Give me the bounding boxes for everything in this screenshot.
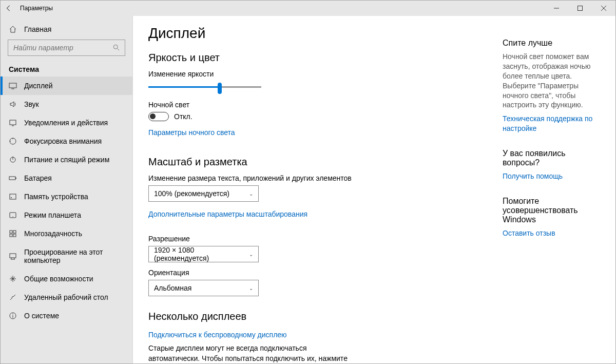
get-help-link[interactable]: Получить помощь: [503, 171, 563, 181]
back-icon[interactable]: [5, 4, 13, 12]
sidebar-item-multitask[interactable]: Многозадачность: [1, 224, 132, 243]
resolution-select[interactable]: 1920 × 1080 (рекомендуется) ⌄: [148, 246, 259, 262]
sidebar-item-sound[interactable]: Звук: [1, 95, 132, 113]
multitask-icon: [9, 229, 17, 238]
sidebar-item-remote[interactable]: Удаленный рабочий стол: [1, 288, 132, 306]
sidebar-item-label: Фокусировка внимания: [24, 137, 102, 145]
scale-label: Изменение размера текста, приложений и д…: [148, 174, 487, 182]
sidebar-item-label: Память устройства: [24, 193, 88, 201]
support-link[interactable]: Техническая поддержка по настройке: [503, 114, 600, 133]
sleep-better-text: Ночной свет поможет вам заснуть, отображ…: [503, 52, 600, 110]
notifications-icon: [9, 119, 17, 127]
power-icon: [9, 156, 17, 164]
sidebar-item-notifications[interactable]: Уведомления и действия: [1, 113, 132, 132]
sidebar-item-label: Режим планшета: [24, 211, 81, 219]
svg-point-25: [12, 314, 13, 315]
maximize-button[interactable]: [568, 1, 592, 16]
night-light-settings-link[interactable]: Параметры ночного света: [148, 128, 235, 137]
give-feedback-link[interactable]: Оставить отзыв: [503, 228, 555, 238]
sleep-better-title: Спите лучше: [503, 39, 600, 48]
night-light-toggle[interactable]: [148, 112, 169, 121]
sidebar-item-label: О системе: [24, 312, 59, 320]
detect-info-text: Старые дисплеи могут не всегда подключат…: [148, 343, 354, 363]
minimize-button[interactable]: [545, 1, 568, 16]
sidebar-item-label: Дисплей: [24, 82, 53, 90]
svg-point-17: [12, 216, 13, 217]
brightness-label: Изменение яркости: [148, 70, 487, 78]
sidebar-item-label: Многозадачность: [24, 229, 82, 238]
storage-icon: [9, 193, 17, 201]
about-icon: [9, 312, 17, 320]
resolution-value: 1920 × 1080 (рекомендуется): [154, 246, 249, 262]
sidebar-item-label: Питание и спящий режим: [24, 156, 109, 164]
sidebar-item-storage[interactable]: Память устройства: [1, 187, 132, 206]
svg-rect-14: [10, 194, 16, 199]
sound-icon: [9, 100, 17, 108]
svg-rect-20: [10, 234, 12, 237]
search-input[interactable]: [8, 40, 125, 56]
svg-rect-8: [10, 120, 16, 125]
orientation-value: Альбомная: [154, 284, 191, 292]
display-icon: [9, 82, 17, 90]
sidebar-item-label: Батарея: [24, 174, 52, 182]
svg-rect-6: [9, 83, 16, 88]
sidebar-item-project[interactable]: Проецирование на этот компьютер: [1, 243, 132, 270]
shared-icon: [9, 275, 17, 283]
svg-point-4: [113, 45, 118, 49]
svg-point-15: [11, 197, 12, 198]
feedback-title: Помогите усовершенствовать Windows: [503, 197, 600, 224]
svg-rect-19: [13, 231, 16, 233]
resolution-label: Разрешение: [148, 235, 487, 243]
window-title: Параметры: [20, 5, 53, 12]
svg-rect-22: [10, 254, 16, 258]
night-light-label: Ночной свет: [148, 101, 487, 109]
questions-title: У вас появились вопросы?: [503, 149, 600, 167]
focus-icon: [9, 137, 17, 145]
search-field[interactable]: [12, 43, 112, 52]
sidebar-item-label: Удаленный рабочий стол: [24, 293, 108, 301]
remote-icon: [9, 293, 17, 301]
sidebar-item-label: Общие возможности: [24, 275, 93, 283]
brightness-slider[interactable]: [148, 81, 261, 93]
right-panel: Спите лучше Ночной свет поможет вам засн…: [503, 16, 610, 363]
svg-rect-12: [9, 177, 15, 180]
section-scale: Масштаб и разметка: [148, 156, 487, 168]
scale-select[interactable]: 100% (рекомендуется) ⌄: [148, 185, 259, 202]
page-title: Дисплей: [148, 25, 487, 42]
orientation-select[interactable]: Альбомная ⌄: [148, 280, 259, 296]
chevron-down-icon: ⌄: [249, 285, 253, 291]
sidebar-item-power[interactable]: Питание и спящий режим: [1, 150, 132, 169]
main-content: Дисплей Яркость и цвет Изменение яркости…: [133, 16, 503, 363]
sidebar-nav: ДисплейЗвукУведомления и действияФокусир…: [1, 76, 132, 325]
section-brightness: Яркость и цвет: [148, 52, 487, 64]
sidebar-item-label: Проецирование на этот компьютер: [24, 248, 124, 264]
home-icon: [9, 25, 17, 33]
night-light-state: Откл.: [174, 112, 192, 121]
tablet-icon: [9, 211, 17, 219]
sidebar-item-about[interactable]: О системе: [1, 306, 132, 325]
sidebar-item-label: Уведомления и действия: [24, 119, 108, 127]
sidebar: Главная Система ДисплейЗвукУведомления и…: [1, 16, 133, 363]
search-icon: [112, 44, 121, 52]
project-icon: [9, 252, 17, 260]
svg-rect-1: [578, 6, 583, 11]
sidebar-item-display[interactable]: Дисплей: [1, 76, 132, 95]
sidebar-section-title: Система: [1, 60, 132, 76]
wireless-display-link[interactable]: Подключиться к беспроводному дисплею: [148, 331, 287, 339]
chevron-down-icon: ⌄: [249, 252, 253, 257]
close-button[interactable]: [592, 1, 615, 16]
sidebar-home[interactable]: Главная: [1, 19, 132, 40]
sidebar-item-shared[interactable]: Общие возможности: [1, 270, 132, 288]
svg-rect-21: [13, 234, 16, 237]
section-multi-display: Несколько дисплеев: [148, 311, 487, 322]
advanced-scaling-link[interactable]: Дополнительные параметры масштабирования: [148, 210, 307, 218]
sidebar-home-label: Главная: [24, 25, 51, 33]
svg-rect-13: [15, 178, 16, 179]
sidebar-item-tablet[interactable]: Режим планшета: [1, 206, 132, 224]
sidebar-item-label: Звук: [24, 100, 39, 108]
settings-window: Параметры Главная Система ДисплейЗвукУве…: [0, 0, 616, 364]
battery-icon: [9, 174, 17, 182]
sidebar-item-battery[interactable]: Батарея: [1, 169, 132, 187]
sidebar-item-focus[interactable]: Фокусировка внимания: [1, 132, 132, 150]
svg-rect-18: [10, 231, 12, 233]
